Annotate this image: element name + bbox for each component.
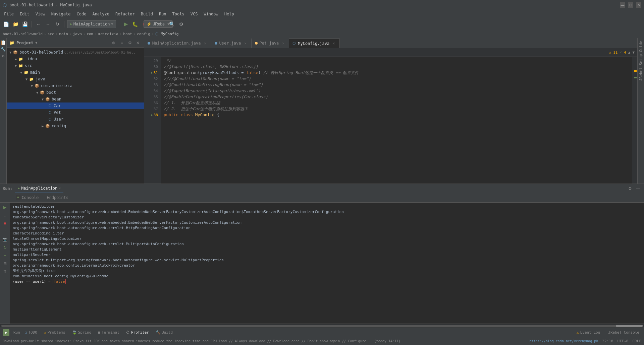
menu-run[interactable]: Run: [156, 11, 169, 17]
run-play-button[interactable]: ▶: [3, 329, 9, 336]
menu-refactor[interactable]: Refactor: [113, 11, 138, 17]
toolbar-new[interactable]: 📄: [2, 20, 10, 28]
run-config-dropdown[interactable]: ▶ MainApplication ▼: [67, 20, 116, 28]
console-up-btn[interactable]: ↑: [2, 228, 8, 235]
toolbar-save[interactable]: 💾: [21, 20, 29, 28]
tool-icon-3[interactable]: ⚙: [0, 53, 6, 59]
tree-item-java[interactable]: ▼ 📁 java: [7, 76, 144, 82]
event-log-tab[interactable]: ⚠ Event Log: [575, 330, 602, 335]
toolbar-debug[interactable]: 🐛: [131, 20, 139, 28]
breadcrumb-project[interactable]: boot-01-helloworld: [3, 32, 43, 36]
project-locate-icon[interactable]: ⊕: [110, 40, 117, 46]
problems-tab[interactable]: ⚠ Problems: [42, 330, 67, 335]
console-stop-btn[interactable]: ■: [2, 220, 8, 227]
tab-close-main[interactable]: ✕: [203, 41, 208, 46]
console-add-btn[interactable]: +: [2, 252, 8, 259]
project-collapse-icon[interactable]: ≡: [118, 40, 125, 46]
menu-build[interactable]: Build: [138, 11, 156, 17]
editor-scrollbar[interactable]: [632, 57, 637, 184]
menu-file[interactable]: File: [1, 11, 16, 17]
menu-vcs[interactable]: VCS: [188, 11, 201, 17]
toolbar-back[interactable]: ←: [35, 20, 43, 28]
toolbar-jrebel[interactable]: ⚡ JRebel ▼: [154, 20, 162, 28]
console-scrollbar-track[interactable]: [1, 325, 643, 327]
status-encoding[interactable]: UTF-8: [617, 339, 628, 343]
breadcrumb-main[interactable]: main: [59, 32, 68, 36]
endpoints-tab[interactable]: Endpoints: [44, 193, 71, 203]
project-dropdown-icon[interactable]: ▼: [36, 41, 37, 45]
tab-close-user[interactable]: ✕: [243, 41, 248, 46]
console-scrollbar-thumb[interactable]: [616, 325, 643, 327]
toolbar-forward[interactable]: →: [44, 20, 52, 28]
menu-navigate[interactable]: Navigate: [49, 11, 73, 17]
console-layout-btn[interactable]: ⊞: [2, 260, 8, 267]
tree-item-pet[interactable]: C Pet: [7, 109, 144, 116]
menu-help[interactable]: Help: [222, 11, 237, 17]
tree-item-idea[interactable]: ▶ 📁 .idea: [7, 56, 144, 62]
tab-myconfig[interactable]: ⬡ MyConfig.java ✕: [289, 39, 340, 48]
menu-code[interactable]: Code: [74, 11, 89, 17]
tree-item-main[interactable]: ▼ 📁 main: [7, 69, 144, 76]
profiler-tab[interactable]: ⏱ Profiler: [124, 330, 151, 335]
tool-icon-2[interactable]: 🔧: [0, 46, 6, 52]
toolbar-run[interactable]: ▶: [122, 20, 130, 28]
console-scroll-down[interactable]: ↓: [2, 212, 8, 219]
toolbar-settings[interactable]: ⚙: [177, 20, 185, 28]
menu-tools[interactable]: Tools: [170, 11, 187, 17]
jrebel-setup-guide[interactable]: JRebel Setup Guide: [638, 40, 644, 82]
build-tab[interactable]: 🔨 Build: [154, 330, 175, 335]
breadcrumb-src[interactable]: src: [48, 32, 54, 36]
run-minimize-btn[interactable]: —: [635, 185, 641, 192]
jrebel-console-tab[interactable]: JRebel Console: [606, 330, 641, 335]
menu-view[interactable]: View: [33, 11, 48, 17]
breadcrumb-java[interactable]: java: [73, 32, 82, 36]
tree-item-root[interactable]: ▼ 📦 boot-01-helloworld C:\Users\32120\De…: [7, 49, 144, 56]
close-button[interactable]: ✕: [636, 2, 641, 8]
editor-header-arrow-up[interactable]: ▲: [628, 50, 631, 55]
tool-icon-1[interactable]: 📋: [0, 40, 6, 46]
menu-analyze[interactable]: Analyze: [90, 11, 112, 17]
tab-mainapplication[interactable]: MainApplication.java ✕: [144, 39, 211, 48]
console-tab[interactable]: ≡ Console: [13, 193, 41, 203]
console-trash-btn[interactable]: 🗑: [2, 268, 8, 275]
tab-close-pet[interactable]: ✕: [281, 41, 285, 46]
breadcrumb-myconfig[interactable]: ⬡ MyConfig: [155, 32, 179, 36]
breadcrumb-boot[interactable]: boot: [123, 32, 132, 36]
code-content[interactable]: */ //@Import({User.class, DBHelper.class…: [161, 57, 632, 184]
tab-close-myconfig[interactable]: ✕: [331, 41, 336, 46]
status-line-ending[interactable]: CRLF: [633, 339, 642, 343]
run-tab-close[interactable]: ✕: [59, 186, 61, 190]
spring-tab[interactable]: 🍃 Spring: [70, 330, 94, 335]
toolbar-refresh[interactable]: ↻: [53, 20, 61, 28]
breadcrumb-config[interactable]: config: [137, 32, 150, 36]
console-reload-btn[interactable]: ↻: [2, 244, 8, 251]
project-settings-icon[interactable]: ⚙: [126, 40, 133, 46]
status-line-col[interactable]: 32:18: [602, 339, 613, 343]
console-run-btn[interactable]: ▶: [2, 204, 8, 211]
toolbar-open[interactable]: 📁: [11, 20, 19, 28]
toolbar-search-everywhere[interactable]: 🔍: [168, 20, 176, 28]
tree-item-src[interactable]: ▼ 📁 src: [7, 62, 144, 69]
console-screenshot-btn[interactable]: 📷: [2, 236, 8, 243]
breadcrumb-meimeixia[interactable]: meimeixia: [98, 32, 118, 36]
console-content[interactable]: restTemplateBuilder org.springframework.…: [10, 203, 644, 324]
maximize-button[interactable]: □: [628, 2, 633, 8]
menu-window[interactable]: Window: [201, 11, 221, 17]
project-close-icon[interactable]: ✕: [135, 40, 141, 46]
run-tab-mainapplication[interactable]: ▶ MainApplication ✕: [15, 184, 63, 193]
tree-item-bean[interactable]: ▼ 📦 bean: [7, 96, 144, 102]
tab-user[interactable]: User.java ✕: [211, 39, 252, 48]
tree-item-boot[interactable]: ▼ 📦 boot: [7, 89, 144, 96]
tab-pet[interactable]: Pet.java ✕: [252, 39, 289, 48]
breadcrumb-com[interactable]: com: [87, 32, 94, 36]
todo-tab[interactable]: ☑ TODO: [23, 330, 39, 335]
run-settings-btn[interactable]: ⚙: [627, 185, 633, 192]
minimize-button[interactable]: —: [620, 2, 625, 8]
tree-item-config[interactable]: ▶ 📦 config: [7, 123, 144, 129]
tree-item-com[interactable]: ▼ 📦 com.meimeixia: [7, 82, 144, 89]
title-bar-controls[interactable]: — □ ✕: [620, 2, 641, 8]
editor-header-arrow-down[interactable]: ▼: [632, 50, 635, 55]
tree-item-car[interactable]: C Car: [7, 102, 144, 109]
tree-item-user[interactable]: C User: [7, 116, 144, 123]
menu-edit[interactable]: Edit: [17, 11, 32, 17]
